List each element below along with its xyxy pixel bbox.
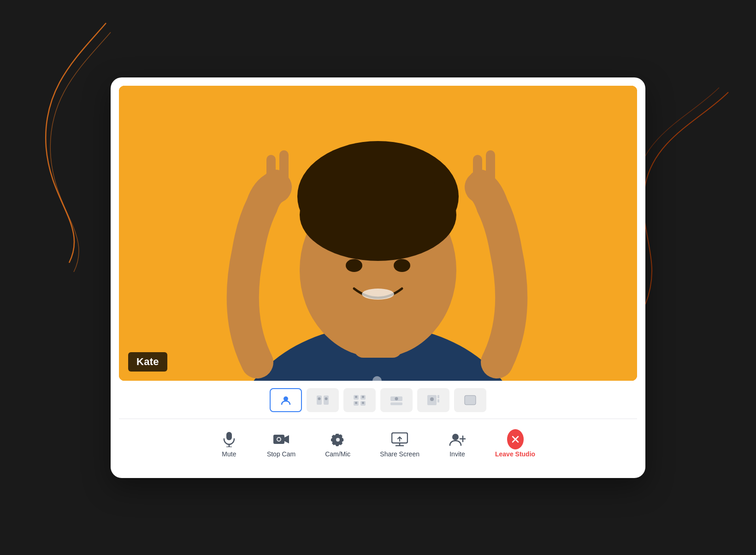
participant-name-badge: Kate	[128, 352, 167, 372]
svg-point-36	[362, 401, 364, 404]
leave-circle	[507, 429, 524, 449]
svg-rect-45	[226, 432, 232, 440]
studio-container: Kate	[111, 77, 645, 478]
cam-mic-button[interactable]: Cam/Mic	[319, 427, 356, 461]
svg-point-35	[355, 401, 357, 404]
svg-rect-41	[437, 395, 439, 398]
svg-rect-13	[473, 155, 482, 189]
invite-button[interactable]: Invite	[443, 427, 471, 461]
layout-btn-blank[interactable]	[454, 388, 486, 412]
mute-label: Mute	[222, 450, 236, 458]
leave-studio-icon	[507, 431, 524, 448]
stop-cam-button[interactable]: Stop Cam	[261, 427, 301, 461]
layout-btn-4grid[interactable]	[343, 388, 376, 412]
cam-mic-label: Cam/Mic	[325, 450, 350, 458]
svg-rect-42	[437, 399, 439, 402]
svg-point-51	[336, 438, 340, 442]
svg-point-28	[325, 397, 328, 400]
layout-btn-spotlight[interactable]	[417, 388, 449, 412]
layout-btn-single[interactable]	[270, 388, 302, 412]
add-person-icon	[449, 431, 466, 448]
stop-cam-label: Stop Cam	[267, 450, 295, 458]
svg-point-39	[395, 397, 398, 400]
svg-rect-38	[390, 402, 402, 405]
svg-point-43	[430, 397, 434, 401]
svg-point-33	[355, 396, 357, 398]
svg-point-56	[452, 434, 459, 440]
svg-rect-10	[266, 155, 276, 189]
svg-rect-11	[279, 150, 289, 187]
layout-btn-sidebyside[interactable]	[380, 388, 413, 412]
svg-point-5	[300, 169, 456, 261]
svg-point-27	[318, 397, 321, 400]
leave-studio-button[interactable]: Leave Studio	[490, 427, 541, 461]
share-screen-label: Share Screen	[380, 450, 419, 458]
mic-icon	[221, 431, 237, 448]
svg-point-7	[394, 259, 410, 272]
settings-icon	[330, 431, 346, 448]
svg-point-34	[362, 396, 364, 398]
share-screen-button[interactable]: Share Screen	[374, 427, 425, 461]
video-area: Kate	[119, 86, 637, 381]
controls-bar: Mute Stop Cam C	[119, 419, 637, 467]
layout-btn-2grid[interactable]	[307, 388, 339, 412]
monitor-icon	[391, 431, 408, 448]
video-placeholder	[119, 86, 637, 381]
svg-rect-44	[465, 396, 476, 405]
svg-point-24	[284, 396, 288, 401]
svg-point-50	[278, 438, 280, 441]
leave-studio-label: Leave Studio	[495, 450, 535, 458]
invite-label: Invite	[449, 450, 465, 458]
layout-selector	[119, 381, 637, 417]
mute-button[interactable]: Mute	[215, 427, 243, 461]
svg-point-6	[346, 259, 362, 272]
svg-point-8	[362, 289, 394, 300]
svg-rect-14	[486, 150, 495, 187]
camera-icon	[273, 431, 289, 448]
